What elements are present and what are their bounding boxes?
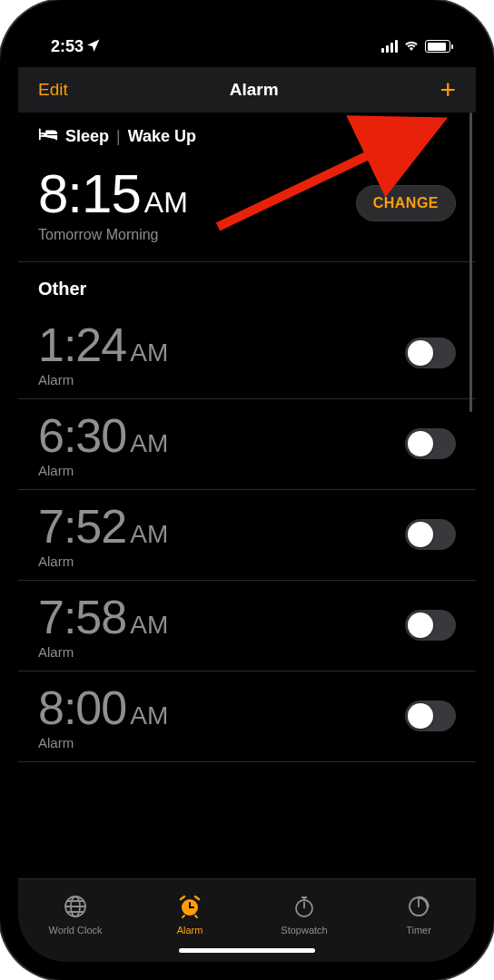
tab-alarm[interactable]: Alarm bbox=[133, 879, 247, 949]
tab-label: World Clock bbox=[48, 925, 102, 936]
sleep-subtitle: Tomorrow Morning bbox=[38, 227, 188, 243]
stopwatch-icon bbox=[291, 894, 317, 921]
wifi-icon bbox=[403, 37, 420, 56]
sleep-time-hm: 8:15 bbox=[38, 162, 141, 225]
cellular-icon bbox=[381, 40, 398, 53]
scroll-indicator bbox=[469, 113, 472, 412]
status-right bbox=[381, 37, 450, 56]
alarm-row[interactable]: 7:52 AM Alarm bbox=[18, 490, 476, 581]
globe-icon bbox=[63, 894, 88, 921]
alarm-time: 7:58 AM bbox=[38, 590, 168, 644]
screen: 2:53 Edit Alarm + bbox=[18, 18, 476, 962]
tab-label: Timer bbox=[406, 925, 431, 936]
home-indicator[interactable] bbox=[179, 948, 315, 953]
alarm-row[interactable]: 7:58 AM Alarm bbox=[18, 581, 476, 671]
content[interactable]: Sleep | Wake Up 8:15 AM Tomorrow Morning… bbox=[18, 113, 476, 878]
alarm-label: Alarm bbox=[38, 735, 168, 750]
alarm-row[interactable]: 8:00 AM Alarm bbox=[18, 671, 476, 762]
page-title: Alarm bbox=[230, 80, 279, 100]
battery-icon bbox=[425, 40, 450, 53]
tab-timer[interactable]: Timer bbox=[361, 879, 476, 949]
alarm-label: Alarm bbox=[38, 554, 168, 569]
other-section-title: Other bbox=[18, 262, 476, 309]
tab-label: Stopwatch bbox=[281, 925, 327, 936]
alarm-label: Alarm bbox=[38, 372, 168, 387]
sleep-label: Sleep bbox=[65, 127, 109, 146]
location-icon bbox=[87, 37, 100, 56]
alarm-time: 1:24 AM bbox=[38, 318, 168, 372]
alarm-toggle[interactable] bbox=[405, 519, 456, 550]
sleep-time: 8:15 AM bbox=[38, 162, 188, 225]
alarm-toggle[interactable] bbox=[405, 610, 456, 641]
timer-icon bbox=[406, 894, 431, 921]
device-frame: 2:53 Edit Alarm + bbox=[0, 0, 494, 980]
alarm-clock-icon bbox=[177, 894, 203, 921]
status-left: 2:53 bbox=[51, 37, 100, 56]
bed-icon bbox=[38, 127, 58, 146]
alarm-row[interactable]: 1:24 AM Alarm bbox=[18, 309, 476, 399]
alarm-toggle[interactable] bbox=[405, 338, 456, 368]
nav-bar: Edit Alarm + bbox=[18, 67, 476, 113]
alarm-row[interactable]: 6:30 AM Alarm bbox=[18, 399, 476, 490]
add-alarm-button[interactable]: + bbox=[440, 76, 456, 103]
wakeup-label: Wake Up bbox=[128, 127, 196, 146]
sleep-time-ampm: AM bbox=[144, 186, 188, 220]
alarm-time: 7:52 AM bbox=[38, 499, 168, 554]
sleep-time-block: 8:15 AM Tomorrow Morning bbox=[38, 162, 188, 243]
sleep-header: Sleep | Wake Up bbox=[38, 127, 456, 146]
change-button[interactable]: CHANGE bbox=[356, 185, 456, 221]
alarm-toggle[interactable] bbox=[405, 428, 456, 459]
tab-world-clock[interactable]: World Clock bbox=[18, 879, 133, 949]
sleep-wake-section: Sleep | Wake Up 8:15 AM Tomorrow Morning… bbox=[18, 113, 476, 262]
tab-stopwatch[interactable]: Stopwatch bbox=[247, 879, 361, 949]
edit-button[interactable]: Edit bbox=[38, 80, 68, 100]
alarm-time: 8:00 AM bbox=[38, 681, 168, 735]
divider: | bbox=[116, 127, 121, 146]
notch bbox=[147, 18, 347, 49]
alarm-toggle[interactable] bbox=[405, 701, 456, 731]
alarm-time: 6:30 AM bbox=[38, 408, 168, 463]
alarm-label: Alarm bbox=[38, 463, 168, 478]
alarm-label: Alarm bbox=[38, 644, 168, 660]
tab-label: Alarm bbox=[177, 925, 203, 936]
status-time: 2:53 bbox=[51, 37, 84, 56]
